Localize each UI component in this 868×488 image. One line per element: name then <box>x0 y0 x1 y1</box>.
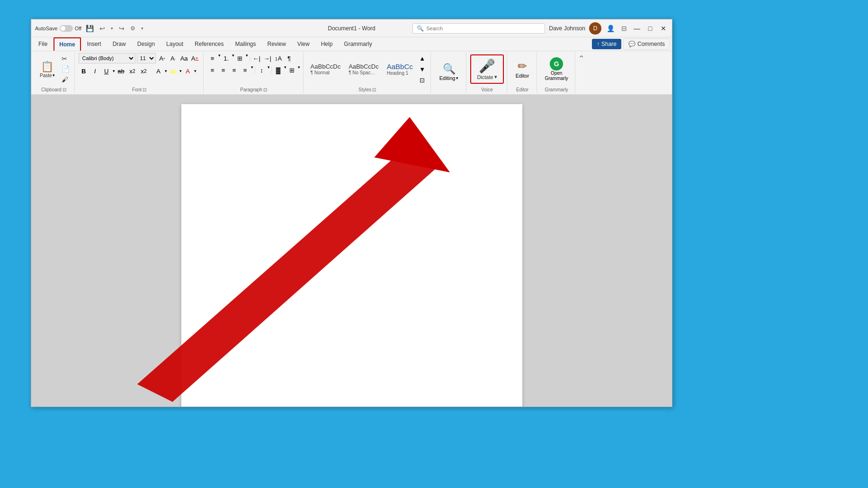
tab-design[interactable]: Design <box>132 37 160 51</box>
redo-icon[interactable]: ↪ <box>117 23 126 34</box>
save-icon[interactable]: 💾 <box>84 23 95 34</box>
styles-scroll-up[interactable]: ▲ <box>417 53 428 63</box>
styles-expand[interactable]: ⊡ <box>372 87 376 92</box>
tab-home[interactable]: Home <box>54 37 81 51</box>
underline-button[interactable]: U <box>101 66 112 76</box>
align-left[interactable]: ≡ <box>207 65 218 75</box>
ribbon-tabs: File Home Insert Draw Design Layout Refe… <box>31 37 672 51</box>
editor-button[interactable]: ✏ Editor <box>511 57 534 81</box>
customize-arrow[interactable]: ▾ <box>140 25 145 32</box>
align-right[interactable]: ≡ <box>229 65 240 75</box>
title-bar-right: 🔍 Dave Johnson D 👤 ⊟ — □ ✕ <box>412 22 668 35</box>
tab-layout[interactable]: Layout <box>161 37 188 51</box>
open-grammarly-button[interactable]: G Open Grammarly <box>541 55 572 83</box>
bullets-button[interactable]: ≡ <box>207 53 218 63</box>
increase-font-size[interactable]: A+ <box>157 53 168 63</box>
text-effects-arrow[interactable]: ▾ <box>165 69 167 73</box>
tab-review[interactable]: Review <box>262 37 291 51</box>
tab-draw[interactable]: Draw <box>107 37 131 51</box>
undo-dropdown-icon[interactable]: ▾ <box>109 25 115 32</box>
decrease-font-size[interactable]: A- <box>168 53 179 63</box>
change-case[interactable]: Aa <box>179 53 189 63</box>
font-color[interactable]: A <box>183 66 193 76</box>
style-normal[interactable]: AaBbCcDc ¶ Normal <box>307 61 344 78</box>
font-color-arrow[interactable]: ▾ <box>194 69 197 73</box>
italic-button[interactable]: I <box>90 66 100 76</box>
comments-icon: 💬 <box>628 41 635 47</box>
format-painter-button[interactable]: 🖌 <box>60 75 72 84</box>
numbering-button[interactable]: 1. <box>221 53 232 63</box>
clear-formatting[interactable]: A✕ <box>190 53 200 63</box>
bold-button[interactable]: B <box>79 66 89 76</box>
account-icon[interactable]: 👤 <box>605 23 616 34</box>
tab-help[interactable]: Help <box>316 37 338 51</box>
align-center[interactable]: ≡ <box>218 65 229 75</box>
para-expand[interactable]: ⊡ <box>263 87 267 92</box>
font-group: Calibri (Body) 11 A+ A- Aa A✕ B <box>76 52 204 93</box>
decrease-indent[interactable]: ←| <box>251 53 262 63</box>
collapse-icon[interactable]: ⌃ <box>578 54 584 63</box>
clipboard-expand[interactable]: ⊡ <box>63 87 66 92</box>
share-label: Share <box>601 41 617 47</box>
copy-button[interactable]: 📄 <box>60 64 72 74</box>
maximize-button[interactable]: □ <box>645 24 655 33</box>
tab-mailings[interactable]: Mailings <box>230 37 261 51</box>
multilevel-arrow[interactable]: ▾ <box>246 53 248 63</box>
cut-button[interactable]: ✂ <box>60 54 72 63</box>
search-input[interactable] <box>426 26 540 31</box>
font-size-select[interactable]: 11 <box>137 53 156 63</box>
borders-button[interactable]: ⊞ <box>287 65 297 75</box>
borders-arrow[interactable]: ▾ <box>298 65 300 75</box>
subscript-button[interactable]: x2 <box>127 66 138 76</box>
tab-view[interactable]: View <box>292 37 315 51</box>
paste-button[interactable]: 📋 Paste ▾ <box>36 59 59 80</box>
undo-icon[interactable]: ↩ <box>98 23 107 34</box>
close-button[interactable]: ✕ <box>659 24 668 33</box>
text-effects[interactable]: A <box>153 66 164 76</box>
user-name: Dave Johnson <box>549 25 585 32</box>
minimize-button[interactable]: — <box>632 24 642 33</box>
shading-arrow[interactable]: ▾ <box>284 65 286 75</box>
customize-icon[interactable]: ⚙ <box>129 24 137 33</box>
multilevel-button[interactable]: ⊞ <box>235 53 245 63</box>
line-spacing[interactable]: ↕ <box>257 65 267 75</box>
style-no-spacing[interactable]: AaBbCcDc ¶ No Spac… <box>345 61 382 78</box>
highlight-arrow[interactable]: ▾ <box>179 69 182 73</box>
editing-button[interactable]: 🔍 Editing ▾ <box>435 60 464 84</box>
font-expand[interactable]: ⊡ <box>143 87 146 92</box>
search-box[interactable]: 🔍 <box>412 23 545 34</box>
ribbon-collapse[interactable]: ⌃ <box>576 52 586 93</box>
dictate-button[interactable]: 🎤 Dictate ▾ <box>470 54 503 84</box>
justify-arrow[interactable]: ▾ <box>251 65 253 75</box>
show-formatting[interactable]: ¶ <box>284 53 295 63</box>
tab-insert[interactable]: Insert <box>82 37 107 51</box>
underline-arrow[interactable]: ▾ <box>113 69 115 73</box>
share-button[interactable]: ↑ Share <box>592 39 621 49</box>
styles-more[interactable]: ⊡ <box>417 75 428 85</box>
justify[interactable]: ≡ <box>240 65 251 75</box>
autosave-toggle[interactable] <box>60 25 73 32</box>
comments-button[interactable]: 💬 Comments <box>623 38 670 50</box>
clipboard-group: 📋 Paste ▾ ✂ 📄 🖌 Clip <box>33 52 75 93</box>
increase-indent[interactable]: →| <box>262 53 273 63</box>
superscript-button[interactable]: x2 <box>139 66 149 76</box>
tab-grammarly[interactable]: Grammarly <box>339 37 377 51</box>
ribbon-display-icon[interactable]: ⊟ <box>620 23 628 34</box>
paste-dropdown[interactable]: ▾ <box>53 73 55 78</box>
styles-scroll-down[interactable]: ▼ <box>417 64 428 74</box>
strikethrough-button[interactable]: ab <box>116 66 126 76</box>
numbering-arrow[interactable]: ▾ <box>232 53 234 63</box>
document-page[interactable] <box>181 104 522 407</box>
bullets-arrow[interactable]: ▾ <box>218 53 221 63</box>
highlight-color[interactable]: ab <box>168 66 179 76</box>
shading-button[interactable]: ▓ <box>273 65 284 75</box>
sort-button[interactable]: ↕A <box>273 53 284 63</box>
styles-label: Styles ⊡ <box>358 86 376 92</box>
editing-arrow[interactable]: ▾ <box>456 76 458 80</box>
line-spacing-arrow[interactable]: ▾ <box>268 65 270 75</box>
tab-file[interactable]: File <box>33 37 53 51</box>
font-family-select[interactable]: Calibri (Body) <box>79 53 135 63</box>
style-heading1[interactable]: AaBbCc Heading 1 <box>384 60 416 78</box>
tab-references[interactable]: References <box>189 37 229 51</box>
font-size-buttons: A+ A- Aa A✕ <box>157 53 200 63</box>
